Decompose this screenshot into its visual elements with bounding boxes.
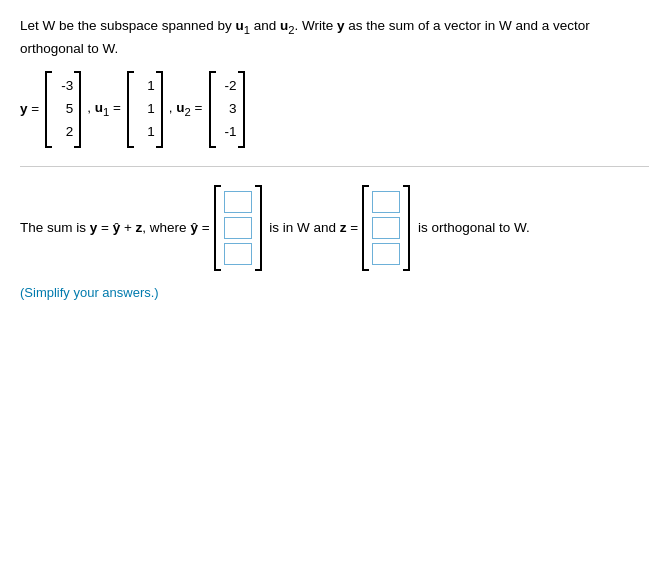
is-orthogonal-text: is orthogonal to W. [414,220,530,235]
u1-vector: 1 1 1 [127,71,163,148]
statement-text: Let W be the subspace spanned by u1 and … [20,18,590,56]
z-input-3[interactable] [372,243,400,265]
u1-val-1: 1 [135,75,155,98]
u1-val-2: 1 [135,98,155,121]
y-val-2: 5 [53,98,73,121]
yhat-input-matrix [214,185,262,271]
vectors-display: y = -3 5 2 , u1 = 1 1 1 , u2 = -2 3 -1 [20,71,649,148]
u2-label: , u2 = [169,98,203,121]
sum-row: The sum is y = ŷ + z, where ŷ = is in W … [20,185,649,271]
y-val-1: -3 [53,75,73,98]
u2-val-1: -2 [217,75,237,98]
y-val-3: 2 [53,121,73,144]
u2-val-2: 3 [217,98,237,121]
z-input-2[interactable] [372,217,400,239]
y-label: y = [20,99,39,119]
u1-val-3: 1 [135,121,155,144]
z-input-1[interactable] [372,191,400,213]
u2-vector: -2 3 -1 [209,71,245,148]
z-input-matrix [362,185,410,271]
y-vector: -3 5 2 [45,71,81,148]
yhat-input-1[interactable] [224,191,252,213]
yhat-input-2[interactable] [224,217,252,239]
sum-intro-text: The sum is y = ŷ + z, where ŷ = [20,220,210,235]
yhat-input-3[interactable] [224,243,252,265]
is-in-w-text: is in W and z = [266,220,359,235]
simplify-note: (Simplify your answers.) [20,285,649,300]
u1-label: , u1 = [87,98,121,121]
problem-statement: Let W be the subspace spanned by u1 and … [20,16,649,167]
u2-val-3: -1 [217,121,237,144]
